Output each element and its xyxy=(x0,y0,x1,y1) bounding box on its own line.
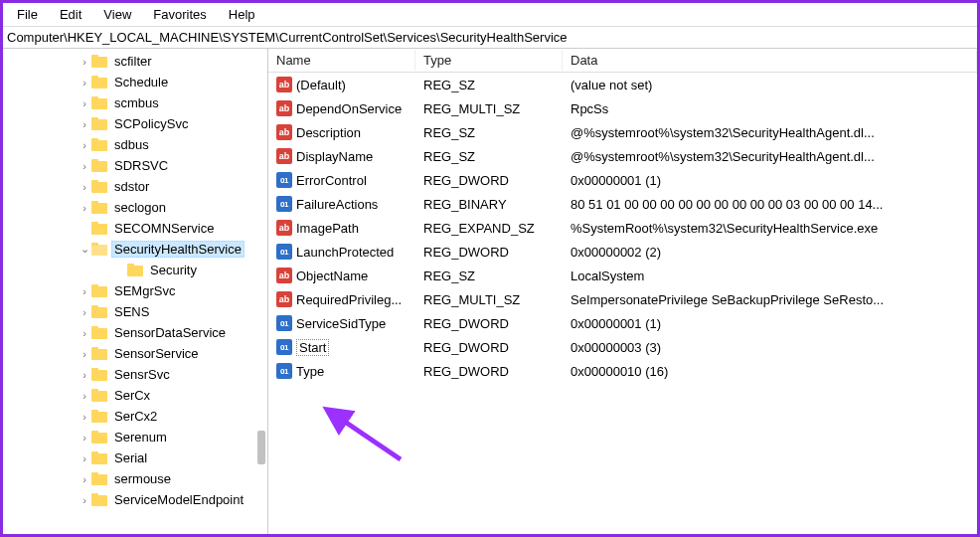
value-data: @%systemroot%\system32\SecurityHealthAge… xyxy=(563,125,977,140)
tree-scrollbar-thumb[interactable] xyxy=(257,431,265,464)
folder-icon xyxy=(91,451,107,464)
column-headers: Name Type Data xyxy=(268,49,977,73)
tree-item[interactable]: ›sermouse xyxy=(3,468,267,489)
menu-view[interactable]: View xyxy=(93,5,141,24)
tree-item[interactable]: ›scfilter xyxy=(3,51,267,72)
value-type: REG_MULTI_SZ xyxy=(415,101,563,116)
chevron-right-icon[interactable]: › xyxy=(78,390,91,402)
folder-icon xyxy=(91,368,107,381)
col-type[interactable]: Type xyxy=(415,50,563,71)
value-row[interactable]: ServiceSidTypeREG_DWORD0x00000001 (1) xyxy=(268,311,977,335)
tree-item[interactable]: ›sdbus xyxy=(3,134,267,155)
folder-icon xyxy=(91,493,107,506)
chevron-right-icon[interactable]: › xyxy=(78,306,91,318)
value-row[interactable]: DescriptionREG_SZ@%systemroot%\system32\… xyxy=(268,120,977,144)
tree-item-label: seclogon xyxy=(111,200,169,215)
value-row[interactable]: DisplayNameREG_SZ@%systemroot%\system32\… xyxy=(268,144,977,168)
value-type: REG_DWORD xyxy=(415,245,563,260)
folder-icon xyxy=(91,55,107,68)
tree-scrollbar[interactable] xyxy=(257,49,265,534)
value-row[interactable]: DependOnServiceREG_MULTI_SZRpcSs xyxy=(268,96,977,120)
chevron-right-icon[interactable]: › xyxy=(78,56,91,68)
tree-item[interactable]: ›sdstor xyxy=(3,176,267,197)
chevron-right-icon[interactable]: › xyxy=(78,327,91,339)
tree-item[interactable]: ›SensorService xyxy=(3,343,267,364)
tree-item[interactable]: ›ServiceModelEndpoint xyxy=(3,489,267,510)
value-row[interactable]: TypeREG_DWORD0x00000010 (16) xyxy=(268,359,977,383)
value-row[interactable]: ObjectNameREG_SZLocalSystem xyxy=(268,264,977,287)
tree-item[interactable]: SECOMNService xyxy=(3,218,267,239)
chevron-right-icon[interactable]: › xyxy=(78,202,91,214)
binary-value-icon xyxy=(276,315,292,331)
tree-item-label: SerCx2 xyxy=(111,409,160,424)
menu-edit[interactable]: Edit xyxy=(50,5,91,24)
value-name: FailureActions xyxy=(296,197,378,212)
value-row[interactable]: FailureActionsREG_BINARY80 51 01 00 00 0… xyxy=(268,192,977,216)
tree-item[interactable]: ›Serenum xyxy=(3,427,267,448)
chevron-right-icon[interactable]: › xyxy=(78,118,91,130)
value-type: REG_DWORD xyxy=(415,340,563,355)
menu-help[interactable]: Help xyxy=(219,5,265,24)
chevron-right-icon[interactable]: › xyxy=(78,139,91,151)
string-value-icon xyxy=(276,124,292,140)
tree-item[interactable]: ›scmbus xyxy=(3,92,267,113)
tree-item[interactable]: ›SensorDataService xyxy=(3,322,267,343)
col-data[interactable]: Data xyxy=(563,50,977,71)
value-type: REG_SZ xyxy=(415,78,563,92)
value-row[interactable]: ImagePathREG_EXPAND_SZ%SystemRoot%\syste… xyxy=(268,216,977,240)
value-name: Start xyxy=(296,339,329,356)
tree-item[interactable]: ›Schedule xyxy=(3,72,267,92)
tree-item-label: SECOMNService xyxy=(111,221,217,236)
tree-item-label: Security xyxy=(147,263,200,277)
value-row[interactable]: (Default)REG_SZ(value not set) xyxy=(268,73,977,96)
value-name: (Default) xyxy=(296,78,346,92)
tree-item-label: SCPolicySvc xyxy=(111,116,191,131)
tree-item[interactable]: ⌄SecurityHealthService xyxy=(3,239,267,260)
menu-favorites[interactable]: Favorites xyxy=(143,5,216,24)
chevron-right-icon[interactable]: › xyxy=(78,285,91,297)
address-input[interactable] xyxy=(7,30,973,45)
col-name[interactable]: Name xyxy=(268,50,415,71)
tree-item[interactable]: Security xyxy=(3,260,267,280)
value-data: SeImpersonatePrivilege SeBackupPrivilege… xyxy=(563,292,977,307)
chevron-right-icon[interactable]: › xyxy=(78,473,91,485)
folder-icon xyxy=(91,222,107,235)
chevron-right-icon[interactable]: › xyxy=(78,452,91,464)
value-row[interactable]: ErrorControlREG_DWORD0x00000001 (1) xyxy=(268,168,977,192)
chevron-right-icon[interactable]: › xyxy=(78,97,91,109)
chevron-right-icon[interactable]: › xyxy=(78,369,91,381)
value-name: DisplayName xyxy=(296,149,373,164)
chevron-right-icon[interactable]: › xyxy=(78,411,91,423)
binary-value-icon xyxy=(276,363,292,379)
tree-item[interactable]: ›SDRSVC xyxy=(3,155,267,176)
tree-pane[interactable]: ›scfilter›Schedule›scmbus›SCPolicySvc›sd… xyxy=(3,49,268,534)
chevron-right-icon[interactable]: › xyxy=(78,432,91,444)
value-type: REG_SZ xyxy=(415,268,563,283)
value-row[interactable]: StartREG_DWORD0x00000003 (3) xyxy=(268,335,977,359)
chevron-right-icon[interactable]: › xyxy=(78,348,91,360)
tree-item[interactable]: ›Serial xyxy=(3,448,267,468)
chevron-right-icon[interactable]: › xyxy=(78,77,91,89)
tree-item-label: sdstor xyxy=(111,179,152,194)
value-row[interactable]: RequiredPrivileg...REG_MULTI_SZSeImperso… xyxy=(268,287,977,311)
value-type: REG_DWORD xyxy=(415,173,563,188)
value-data: 0x00000001 (1) xyxy=(563,316,977,331)
tree-item[interactable]: ›SerCx2 xyxy=(3,406,267,427)
tree-item[interactable]: ›SENS xyxy=(3,301,267,322)
chevron-right-icon[interactable]: › xyxy=(78,160,91,172)
menu-file[interactable]: File xyxy=(7,5,48,24)
address-bar xyxy=(3,27,977,49)
value-row[interactable]: LaunchProtectedREG_DWORD0x00000002 (2) xyxy=(268,240,977,264)
tree-item[interactable]: ›SCPolicySvc xyxy=(3,113,267,134)
chevron-right-icon[interactable]: › xyxy=(78,181,91,193)
chevron-down-icon[interactable]: ⌄ xyxy=(78,243,91,256)
tree-item-label: Serial xyxy=(111,450,150,465)
tree-item[interactable]: ›SensrSvc xyxy=(3,364,267,385)
chevron-right-icon[interactable]: › xyxy=(78,494,91,506)
tree-item[interactable]: ›seclogon xyxy=(3,197,267,218)
tree-item[interactable]: ›SerCx xyxy=(3,385,267,406)
tree-item-label: SDRSVC xyxy=(111,158,171,173)
tree-item[interactable]: ›SEMgrSvc xyxy=(3,280,267,301)
value-name: RequiredPrivileg... xyxy=(296,292,402,307)
string-value-icon xyxy=(276,220,292,236)
